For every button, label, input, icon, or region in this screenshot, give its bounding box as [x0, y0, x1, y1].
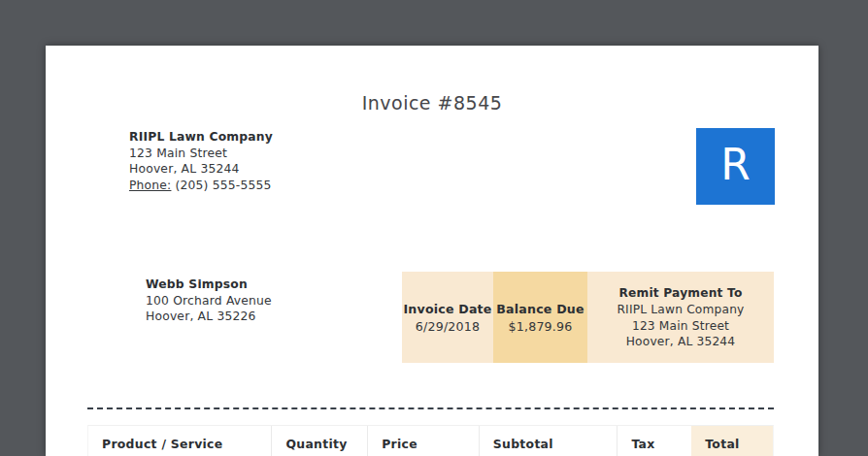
invoice-date-box: Invoice Date 6/29/2018	[402, 272, 493, 363]
column-header-subtotal: Subtotal	[479, 426, 618, 456]
client-address-line2: Hoover, AL 35226	[146, 309, 272, 325]
phone-number: (205) 555-5555	[176, 179, 272, 192]
remit-payment-label: Remit Payment To	[619, 285, 743, 302]
company-logo: R	[696, 128, 775, 205]
balance-due-label: Balance Due	[496, 302, 584, 316]
invoice-date-value: 6/29/2018	[416, 319, 480, 334]
column-header-price: Price	[367, 426, 479, 456]
column-header-tax: Tax	[617, 426, 691, 456]
remit-address-line1: 123 Main Street	[632, 318, 729, 335]
logo-letter-r: R	[720, 144, 751, 190]
dashed-divider	[87, 407, 774, 409]
remit-payment-box: Remit Payment To RIIPL Lawn Company 123 …	[587, 272, 774, 363]
invoice-page: Invoice #8545 RIIPL Lawn Company 123 Mai…	[46, 46, 818, 456]
company-address-block: RIIPL Lawn Company 123 Main Street Hoove…	[129, 129, 273, 193]
invoice-date-label: Invoice Date	[403, 302, 491, 316]
balance-due-box: Balance Due $1,879.96	[493, 272, 587, 363]
company-address-line2: Hoover, AL 35244	[129, 161, 273, 178]
line-items-header-row: Product / Service Quantity Price Subtota…	[87, 425, 774, 456]
column-header-total: Total	[691, 426, 773, 456]
client-address-line1: 100 Orchard Avenue	[146, 293, 272, 309]
company-address-line1: 123 Main Street	[129, 146, 273, 162]
remit-address-line2: Hoover, AL 35244	[626, 334, 736, 350]
client-name: Webb Simpson	[146, 277, 272, 293]
column-header-quantity: Quantity	[271, 426, 367, 456]
invoice-summary-row: Invoice Date 6/29/2018 Balance Due $1,87…	[402, 272, 774, 363]
phone-label: Phone:	[129, 179, 171, 192]
balance-due-value: $1,879.96	[509, 319, 573, 334]
client-address-block: Webb Simpson 100 Orchard Avenue Hoover, …	[146, 277, 272, 325]
invoice-title: Invoice #8545	[46, 92, 818, 114]
company-name: RIIPL Lawn Company	[129, 129, 273, 146]
remit-name: RIIPL Lawn Company	[617, 302, 744, 318]
company-phone-line: Phone: (205) 555-5555	[129, 178, 273, 194]
column-header-product-service: Product / Service	[88, 426, 271, 456]
